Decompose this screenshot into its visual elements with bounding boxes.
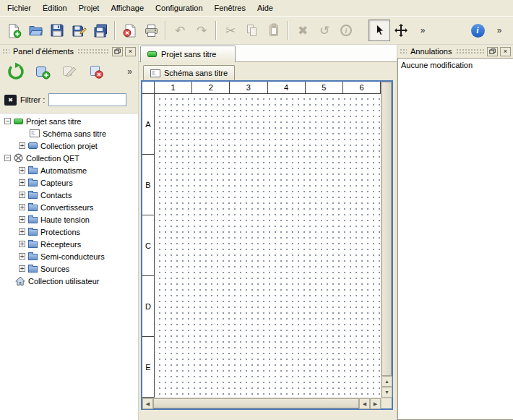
expand-icon[interactable]: + bbox=[19, 142, 25, 149]
undo-panel: Annulations × Aucune modification bbox=[397, 45, 513, 420]
menu-fichier[interactable]: Fichier bbox=[1, 0, 37, 16]
close-panel-button[interactable]: × bbox=[500, 47, 511, 56]
collection-icon bbox=[28, 142, 38, 149]
row-header: A bbox=[142, 94, 155, 155]
close-file-button[interactable] bbox=[118, 20, 140, 41]
tree-item-label: Collection QET bbox=[26, 154, 79, 163]
collapse-icon[interactable]: − bbox=[4, 118, 11, 124]
dock-grip[interactable] bbox=[456, 48, 486, 54]
undo-empty-text: Aucune modification bbox=[401, 61, 510, 69]
tree-item-protections[interactable]: + Protections bbox=[0, 226, 138, 238]
tree-item-collection-projet[interactable]: + Collection projet bbox=[0, 140, 138, 152]
row-header: C bbox=[142, 215, 155, 276]
dock-grip[interactable] bbox=[77, 48, 110, 54]
tree-item-haute-tension[interactable]: + Haute tension bbox=[0, 213, 138, 226]
reload-collections-button[interactable] bbox=[6, 61, 26, 82]
expand-icon[interactable]: + bbox=[19, 216, 25, 223]
drawing-canvas[interactable] bbox=[155, 94, 381, 398]
tree-item-automatisme[interactable]: + Automatisme bbox=[0, 164, 138, 176]
tab-projet-sans-titre[interactable]: Projet sans titre bbox=[140, 46, 236, 62]
filter-input[interactable] bbox=[48, 93, 126, 106]
element-info-button[interactable]: i bbox=[335, 20, 357, 41]
menu-affichage[interactable]: Affichage bbox=[105, 0, 150, 16]
tree-item-collection-utilisateur[interactable]: Collection utilisateur bbox=[0, 275, 138, 287]
expand-icon[interactable]: + bbox=[19, 204, 25, 210]
scroll-up-button[interactable]: ▲ bbox=[381, 376, 392, 387]
expand-icon[interactable]: + bbox=[19, 228, 25, 235]
cut-button[interactable]: ✂ bbox=[220, 20, 241, 41]
select-pointer-button[interactable] bbox=[368, 20, 390, 41]
tree-item-sources[interactable]: + Sources bbox=[0, 262, 138, 275]
tree-item-label: Schéma sans titre bbox=[43, 129, 106, 138]
tree-item-recepteurs[interactable]: + Récepteurs bbox=[0, 238, 138, 250]
rotate-button[interactable]: ↺ bbox=[314, 20, 335, 41]
tab-schema-sans-titre[interactable]: Schéma sans titre bbox=[143, 65, 235, 80]
redo-button[interactable]: ↷ bbox=[191, 20, 212, 41]
scroll-left-button[interactable]: ◀ bbox=[359, 398, 370, 409]
tree-item-schema[interactable]: Schéma sans titre bbox=[0, 127, 138, 140]
expand-icon[interactable]: + bbox=[19, 179, 25, 186]
new-element-icon bbox=[35, 64, 51, 80]
project-icon bbox=[147, 51, 157, 57]
undo-panel-titlebar[interactable]: Annulations × bbox=[397, 45, 513, 58]
toolbar-extension-button[interactable]: » bbox=[488, 20, 510, 41]
expand-icon[interactable]: + bbox=[19, 253, 25, 260]
main-area: Panel d'éléments × bbox=[0, 45, 513, 420]
horizontal-scrollbar[interactable]: ◀ ◀ ▶ bbox=[142, 398, 381, 408]
expand-icon[interactable]: + bbox=[19, 167, 25, 173]
move-tool-button[interactable] bbox=[390, 20, 412, 41]
copy-button[interactable] bbox=[241, 20, 263, 41]
open-project-button[interactable] bbox=[25, 20, 46, 41]
delete-button[interactable]: ✖ bbox=[292, 20, 314, 41]
dock-grip[interactable] bbox=[400, 48, 407, 54]
menu-edition[interactable]: Édition bbox=[37, 0, 73, 16]
panel-toolbar-overflow-button[interactable]: » bbox=[113, 61, 133, 82]
vertical-scroll-thumb[interactable] bbox=[381, 82, 392, 376]
scroll-right-button[interactable]: ▶ bbox=[370, 398, 381, 409]
float-panel-button[interactable] bbox=[487, 47, 498, 56]
scroll-down-button[interactable]: ▼ bbox=[381, 387, 392, 398]
tree-item-convertisseurs[interactable]: + Convertisseurs bbox=[0, 201, 138, 213]
qet-collection-icon bbox=[14, 153, 23, 163]
undo-button[interactable]: ↶ bbox=[169, 20, 191, 41]
save-button[interactable] bbox=[46, 20, 68, 41]
edit-element-button[interactable] bbox=[59, 61, 79, 82]
close-panel-button[interactable]: × bbox=[125, 47, 136, 56]
undo-history-list[interactable]: Aucune modification bbox=[397, 58, 513, 420]
print-button[interactable] bbox=[140, 20, 162, 41]
tree-item-capteurs[interactable]: + Capteurs bbox=[0, 176, 138, 189]
schema-grid: 1 2 3 4 5 6 A B C D bbox=[142, 82, 381, 398]
paste-button[interactable] bbox=[263, 20, 285, 41]
clear-filter-button[interactable]: ✖ bbox=[4, 95, 17, 106]
expand-icon[interactable]: + bbox=[19, 265, 25, 272]
elements-panel-titlebar[interactable]: Panel d'éléments × bbox=[0, 45, 138, 58]
tree-item-contacts[interactable]: + Contacts bbox=[0, 189, 138, 201]
collapse-icon[interactable]: − bbox=[4, 155, 11, 161]
menu-configuration[interactable]: Configuration bbox=[150, 0, 208, 16]
menu-aide[interactable]: Aide bbox=[251, 0, 279, 16]
expand-icon[interactable]: + bbox=[19, 241, 25, 247]
float-panel-button[interactable] bbox=[112, 47, 123, 56]
row-header: E bbox=[142, 337, 155, 398]
expand-icon[interactable]: + bbox=[19, 192, 25, 198]
horizontal-scroll-thumb[interactable] bbox=[153, 398, 359, 408]
vertical-scrollbar[interactable]: ▲ ▼ bbox=[381, 82, 392, 398]
tree-item-collection-qet[interactable]: − Collection QET bbox=[0, 152, 138, 164]
tree-item-semi-conducteurs[interactable]: + Semi-conducteurs bbox=[0, 250, 138, 262]
save-as-button[interactable] bbox=[68, 20, 90, 41]
tree-item-project[interactable]: − Projet sans titre bbox=[0, 115, 138, 127]
save-all-button[interactable] bbox=[90, 20, 111, 41]
toolbar-overflow-button[interactable]: » bbox=[412, 20, 434, 41]
new-project-button[interactable] bbox=[3, 20, 25, 41]
tree-item-label: Haute tension bbox=[40, 215, 90, 224]
menu-fenetres[interactable]: Fenêtres bbox=[209, 0, 251, 16]
dock-grip[interactable] bbox=[2, 48, 9, 54]
new-element-button[interactable] bbox=[33, 61, 53, 82]
scroll-left-button[interactable]: ◀ bbox=[142, 398, 153, 409]
folder-icon bbox=[28, 266, 38, 273]
elements-panel-title: Panel d'éléments bbox=[12, 47, 75, 56]
about-info-button[interactable]: i bbox=[467, 20, 488, 41]
delete-element-button[interactable] bbox=[86, 61, 106, 82]
menu-projet[interactable]: Projet bbox=[73, 0, 105, 16]
tree-item-label: Automatisme bbox=[40, 166, 87, 175]
